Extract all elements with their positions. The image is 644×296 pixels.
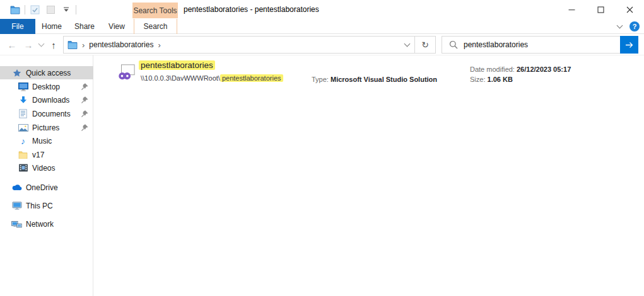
arrow-right-icon xyxy=(625,42,633,48)
address-row: ← → ↑ › pentestlaboratories › ↻ xyxy=(0,34,644,55)
onedrive-cloud-icon xyxy=(11,183,22,193)
network-icon xyxy=(11,219,22,229)
maximize-button[interactable] xyxy=(586,0,615,19)
highlighted-match: pentestlaboratories xyxy=(139,60,215,70)
location-folder-icon[interactable] xyxy=(67,40,78,49)
sidebar-item-label: Quick access xyxy=(26,69,71,77)
properties-check-icon xyxy=(30,5,40,14)
tab-share[interactable]: Share xyxy=(68,19,101,34)
dropdown-arrow-icon xyxy=(63,7,69,13)
tab-home[interactable]: Home xyxy=(35,19,68,34)
up-button[interactable]: ↑ xyxy=(45,34,62,55)
folder-icon xyxy=(18,150,28,160)
new-folder-button[interactable] xyxy=(44,3,57,16)
minimize-icon xyxy=(568,6,575,13)
minimize-button[interactable] xyxy=(557,0,586,19)
sidebar-item-label: Network xyxy=(26,220,54,229)
tab-file[interactable]: File xyxy=(0,19,35,34)
sidebar-item-onedrive[interactable]: OneDrive xyxy=(0,181,93,194)
result-path: \\10.0.0.3\DavWWWRoot\pentestlaboratorie… xyxy=(141,74,283,82)
sidebar-item-label: Documents xyxy=(32,110,71,118)
sidebar-item-label: Music xyxy=(32,137,52,145)
picture-icon xyxy=(18,123,28,133)
download-arrow-icon xyxy=(18,95,28,105)
visual-studio-solution-icon xyxy=(117,63,136,82)
forward-button[interactable]: → xyxy=(20,34,37,55)
date-value: 26/12/2023 05:17 xyxy=(517,65,571,73)
type-value: Microsoft Visual Studio Solution xyxy=(331,76,437,83)
sidebar-item-this-pc[interactable]: This PC xyxy=(0,199,93,212)
search-icon xyxy=(449,40,458,49)
folder-icon xyxy=(10,5,21,14)
sidebar-item-v17[interactable]: v17 xyxy=(0,148,93,161)
sidebar-item-quick-access[interactable]: Quick access xyxy=(0,66,93,79)
sidebar-item-downloads[interactable]: Downloads xyxy=(0,93,93,106)
breadcrumb-separator[interactable]: › xyxy=(78,40,89,50)
quick-access-toolbar xyxy=(9,2,76,17)
music-note-icon: ♪ xyxy=(18,136,28,146)
customize-qat-button[interactable] xyxy=(60,3,73,16)
chevron-down-icon xyxy=(38,40,44,47)
ribbon-right-controls: ? xyxy=(618,21,640,32)
sidebar-item-label: Desktop xyxy=(32,83,60,91)
address-dropdown-button[interactable] xyxy=(399,44,414,46)
sidebar-item-documents[interactable]: Documents xyxy=(0,107,93,120)
refresh-button[interactable]: ↻ xyxy=(414,36,436,54)
pin-icon[interactable] xyxy=(81,96,89,104)
sidebar-item-pictures[interactable]: Pictures xyxy=(0,121,93,134)
film-strip-icon xyxy=(18,163,28,173)
sidebar-item-music[interactable]: ♪ Music xyxy=(0,134,93,147)
file-explorer-window: Search Tools pentestlaboratories - pente… xyxy=(0,0,644,296)
search-results-pane[interactable]: pentestlaboratories \\10.0.0.3\DavWWWRoo… xyxy=(94,55,644,296)
sidebar-item-desktop[interactable]: Desktop xyxy=(0,80,93,93)
main-area: Quick access Desktop Downloads xyxy=(0,55,644,296)
highlighted-match: pentestlaboratories xyxy=(220,74,283,82)
sidebar-item-label: Downloads xyxy=(32,96,69,105)
close-button[interactable] xyxy=(615,0,644,19)
address-bar[interactable]: › pentestlaboratories › xyxy=(63,36,415,54)
result-name[interactable]: pentestlaboratories xyxy=(139,60,215,70)
chevron-down-icon xyxy=(617,22,623,28)
size-value: 1.06 KB xyxy=(488,76,513,83)
sidebar-item-label: OneDrive xyxy=(26,183,58,192)
result-item-pentestlaboratories[interactable]: pentestlaboratories \\10.0.0.3\DavWWWRoo… xyxy=(94,60,644,87)
pin-icon[interactable] xyxy=(81,83,89,91)
sidebar-item-label: This PC xyxy=(26,202,53,210)
path-prefix: \\10.0.0.3\DavWWWRoot\ xyxy=(141,74,220,82)
explorer-window-icon[interactable] xyxy=(9,3,21,16)
pin-icon[interactable] xyxy=(81,123,89,132)
date-label: Date modified: xyxy=(470,65,515,73)
search-input[interactable] xyxy=(464,40,619,49)
tab-view[interactable]: View xyxy=(101,19,132,34)
title-bar: Search Tools pentestlaboratories - pente… xyxy=(0,0,644,19)
close-icon xyxy=(626,6,633,13)
recent-locations-button[interactable] xyxy=(37,34,45,55)
sidebar-item-label: v17 xyxy=(32,151,44,159)
window-title: pentestlaboratories - pentestlaboratorie… xyxy=(184,0,319,19)
tab-search[interactable]: Search xyxy=(134,19,177,34)
toolbar-divider xyxy=(76,5,76,14)
document-icon xyxy=(18,109,28,119)
sidebar-item-network[interactable]: Network xyxy=(0,217,93,231)
properties-button[interactable] xyxy=(28,3,41,16)
type-label: Type: xyxy=(312,76,329,83)
pin-icon[interactable] xyxy=(81,110,89,118)
sidebar-item-videos[interactable]: Videos xyxy=(0,161,93,174)
star-icon xyxy=(11,68,22,78)
search-go-button[interactable] xyxy=(620,36,638,54)
breadcrumb-separator[interactable]: › xyxy=(153,40,165,50)
new-folder-icon xyxy=(46,5,56,14)
search-tools-contextual-label[interactable]: Search Tools xyxy=(132,3,178,18)
toolbar-divider xyxy=(25,5,25,14)
breadcrumb-segment[interactable]: pentestlaboratories xyxy=(89,40,153,49)
computer-icon xyxy=(11,201,22,211)
navigation-pane: Quick access Desktop Downloads xyxy=(0,55,93,296)
sidebar-item-label: Videos xyxy=(32,164,55,173)
desktop-icon xyxy=(18,82,28,92)
expand-ribbon-button[interactable] xyxy=(618,26,622,28)
sidebar-item-label: Pictures xyxy=(32,123,59,132)
chevron-down-icon xyxy=(404,40,410,47)
back-button[interactable]: ← xyxy=(4,34,20,55)
size-label: Size: xyxy=(470,76,485,83)
help-button[interactable]: ? xyxy=(629,21,640,31)
